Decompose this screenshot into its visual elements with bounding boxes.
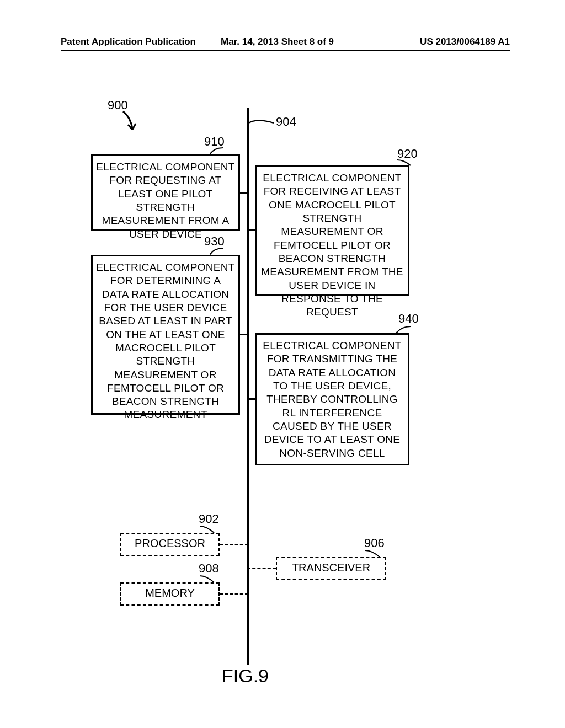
processor-text: PROCESSOR: [135, 537, 205, 549]
box-transceiver: TRANSCEIVER: [276, 557, 386, 580]
box-940: ELECTRICAL COMPONENT FOR TRANSMITTING TH…: [255, 333, 409, 465]
leader-920: [397, 159, 411, 167]
header-right: US 2013/0064189 A1: [420, 36, 510, 47]
connector-transceiver: [247, 568, 276, 569]
center-line: [247, 108, 249, 665]
box-processor: PROCESSOR: [120, 533, 220, 556]
leader-930: [210, 247, 223, 256]
leader-902: [200, 525, 215, 534]
box-memory: MEMORY: [120, 582, 220, 606]
header-left: Patent Application Publication: [61, 36, 196, 47]
leader-904: [247, 119, 275, 130]
header-middle: Mar. 14, 2013 Sheet 8 of 9: [221, 36, 334, 47]
connector-memory: [220, 593, 248, 595]
connector-940: [247, 398, 256, 400]
figure-label: FIG.9: [222, 665, 269, 687]
ref-902: 902: [199, 512, 219, 526]
ref-940: 940: [398, 312, 419, 326]
ref-906: 906: [364, 536, 385, 550]
box-920: ELECTRICAL COMPONENT FOR RECEIVING AT LE…: [255, 165, 409, 296]
connector-910: [240, 192, 248, 194]
leader-906: [365, 549, 381, 558]
box-910: ELECTRICAL COMPONENT FOR REQUESTING AT L…: [91, 154, 240, 231]
transceiver-text: TRANSCEIVER: [292, 561, 370, 574]
box-910-text: ELECTRICAL COMPONENT FOR REQUESTING AT L…: [96, 161, 234, 240]
arrow-900-icon: [120, 110, 137, 135]
memory-text: MEMORY: [145, 587, 195, 599]
leader-908: [200, 575, 215, 584]
leader-910: [210, 147, 223, 156]
connector-930: [240, 334, 248, 335]
box-940-text: ELECTRICAL COMPONENT FOR TRANSMITTING TH…: [263, 340, 401, 459]
ref-908: 908: [199, 561, 219, 576]
box-920-text: ELECTRICAL COMPONENT FOR RECEIVING AT LE…: [261, 172, 403, 318]
ref-904: 904: [276, 115, 296, 129]
box-930-text: ELECTRICAL COMPONENT FOR DETERMINING A D…: [96, 261, 234, 420]
connector-920: [247, 229, 256, 231]
leader-940: [396, 325, 412, 334]
box-930: ELECTRICAL COMPONENT FOR DETERMINING A D…: [91, 255, 240, 415]
connector-processor: [220, 544, 248, 545]
page-header: Patent Application Publication Mar. 14, …: [61, 49, 510, 51]
page: Patent Application Publication Mar. 14, …: [0, 0, 565, 728]
